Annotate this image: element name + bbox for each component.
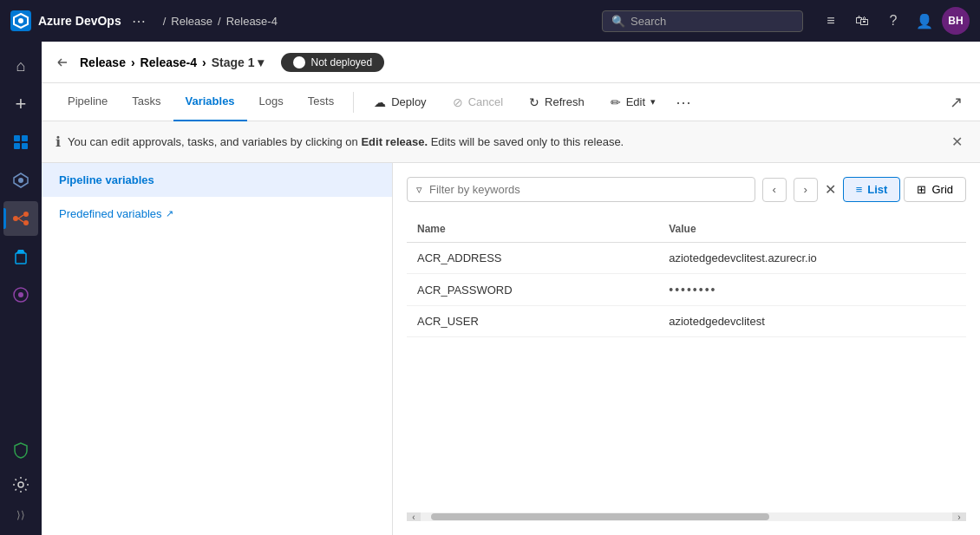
svg-rect-12: [16, 253, 26, 264]
refresh-button[interactable]: ↻ Refresh: [518, 88, 596, 116]
avatar[interactable]: BH: [942, 7, 970, 35]
top-breadcrumb-release4[interactable]: Release-4: [226, 15, 278, 28]
left-pane-predefined-variables[interactable]: Predefined variables ↗: [42, 197, 392, 231]
badge-label: Not deployed: [310, 56, 372, 69]
top-breadcrumb: / Release / Release-4: [163, 15, 278, 28]
table-row: ACR_ADDRESS aziotedgedevclitest.azurecr.…: [407, 243, 966, 274]
table-row: ACR_USER aziotedgedevclitest: [407, 306, 966, 337]
filter-prev-button[interactable]: ‹: [762, 178, 787, 202]
col-header-value: Value: [658, 216, 966, 243]
top-breadcrumb-release[interactable]: Release: [171, 15, 212, 28]
tab-logs-label: Logs: [259, 95, 284, 108]
var-value-acr-password: ••••••••: [658, 274, 966, 306]
svg-point-8: [23, 212, 29, 217]
expand-button[interactable]: ↗: [946, 89, 966, 115]
sidebar-item-add[interactable]: +: [3, 87, 38, 121]
edit-button[interactable]: ✏ Edit ▾: [599, 88, 667, 116]
nav-ellipsis-button[interactable]: ⋯: [128, 10, 149, 33]
filter-clear-button[interactable]: ✕: [825, 181, 836, 198]
svg-rect-2: [14, 135, 20, 141]
back-button[interactable]: [56, 55, 69, 69]
content-area: Release › Release-4 › Stage 1 ▾ Not depl…: [42, 42, 980, 535]
sidebar-item-testplans[interactable]: [3, 239, 38, 274]
nav-icons: ≡ 🛍 ? 👤 BH: [817, 7, 970, 35]
search-input[interactable]: [630, 15, 794, 28]
sidebar-item-home[interactable]: ⌂: [3, 49, 38, 83]
tab-divider: [353, 92, 354, 113]
tab-variables[interactable]: Variables: [173, 83, 247, 121]
sidebar: ⌂ +: [0, 42, 42, 535]
nav-help-button[interactable]: ?: [879, 7, 907, 35]
scrollbar-thumb[interactable]: [431, 513, 769, 520]
cancel-button[interactable]: ⊘ Cancel: [441, 88, 514, 116]
release-sep1: ›: [131, 55, 135, 69]
tab-tests-label: Tests: [308, 95, 334, 108]
filter-bar: ▿ ‹ › ✕ ≡ List ⊞ Grid: [407, 177, 966, 202]
tab-tasks-label: Tasks: [132, 95, 160, 108]
var-name-acr-user: ACR_USER: [407, 306, 658, 337]
grid-view-label: Grid: [931, 183, 953, 196]
filter-input[interactable]: [429, 183, 746, 196]
search-icon: 🔍: [611, 15, 625, 28]
tab-tests[interactable]: Tests: [296, 83, 346, 121]
filter-next-button[interactable]: ›: [794, 178, 818, 202]
nav-account-button[interactable]: 👤: [911, 7, 938, 35]
sidebar-item-repos[interactable]: [3, 163, 38, 198]
release-label: Release: [80, 55, 126, 69]
left-pane-pipeline-variables[interactable]: Pipeline variables: [42, 163, 392, 197]
password-mask: ••••••••: [669, 283, 716, 297]
list-view-button[interactable]: ≡ List: [843, 177, 901, 202]
stage-dropdown-button[interactable]: Stage 1 ▾: [212, 55, 265, 69]
edit-chevron-icon: ▾: [650, 96, 656, 108]
refresh-label: Refresh: [545, 95, 585, 108]
release-breadcrumb: Release › Release-4 › Stage 1 ▾: [80, 55, 264, 69]
tab-pipeline-label: Pipeline: [68, 95, 108, 108]
grid-view-button[interactable]: ⊞ Grid: [904, 177, 966, 202]
release-header: Release › Release-4 › Stage 1 ▾ Not depl…: [42, 42, 980, 83]
svg-point-15: [18, 482, 23, 487]
sidebar-expand-button[interactable]: ⟩⟩: [3, 502, 38, 528]
grid-view-icon: ⊞: [917, 183, 926, 196]
var-value-acr-address: aziotedgedevclitest.azurecr.io: [658, 243, 966, 274]
refresh-icon: ↻: [529, 95, 539, 109]
info-text: You can edit approvals, tasks, and varia…: [68, 135, 941, 148]
edit-icon: ✏: [611, 95, 621, 109]
info-close-button[interactable]: ✕: [948, 130, 966, 153]
sidebar-item-security[interactable]: [3, 433, 38, 467]
list-view-label: List: [867, 183, 887, 196]
scrollbar-right-arrow[interactable]: ›: [952, 512, 966, 521]
svg-rect-4: [14, 143, 20, 149]
tab-tasks[interactable]: Tasks: [120, 83, 173, 121]
var-value-acr-user: aziotedgedevclitest: [658, 306, 966, 337]
sidebar-item-artifacts[interactable]: [3, 277, 38, 312]
nav-notifications-button[interactable]: ≡: [817, 7, 845, 35]
svg-line-11: [18, 219, 23, 222]
svg-point-6: [18, 178, 23, 183]
sidebar-item-pipelines[interactable]: [3, 201, 38, 236]
var-name-acr-password: ACR_PASSWORD: [407, 274, 658, 306]
horizontal-scrollbar[interactable]: ‹ ›: [407, 512, 966, 521]
cancel-icon: ⊘: [453, 95, 463, 109]
tab-logs[interactable]: Logs: [247, 83, 296, 121]
logo-icon: [10, 10, 31, 31]
stage-name: Stage 1: [212, 55, 255, 69]
variables-layout: Pipeline variables Predefined variables …: [42, 163, 980, 535]
search-box: 🔍: [602, 10, 803, 32]
nav-basket-button[interactable]: 🛍: [848, 7, 876, 35]
right-pane: ▿ ‹ › ✕ ≡ List ⊞ Grid: [393, 163, 980, 535]
sidebar-item-settings[interactable]: [3, 467, 38, 502]
predefined-variables-label: Predefined variables: [59, 207, 162, 220]
sidebar-item-boards[interactable]: [3, 125, 38, 160]
info-bar: ℹ You can edit approvals, tasks, and var…: [42, 121, 980, 163]
tab-pipeline[interactable]: Pipeline: [56, 83, 120, 121]
release-name: Release-4: [140, 55, 197, 69]
sidebar-bottom: ⟩⟩: [3, 433, 38, 528]
cancel-label: Cancel: [468, 95, 503, 108]
filter-icon: ▿: [416, 183, 422, 196]
badge-toggle: [293, 56, 305, 69]
svg-point-7: [13, 216, 18, 221]
more-actions-button[interactable]: ⋯: [669, 88, 698, 116]
scrollbar-left-arrow[interactable]: ‹: [407, 512, 421, 521]
app-name: Azure DevOps: [38, 14, 121, 28]
deploy-button[interactable]: ☁ Deploy: [363, 88, 437, 116]
